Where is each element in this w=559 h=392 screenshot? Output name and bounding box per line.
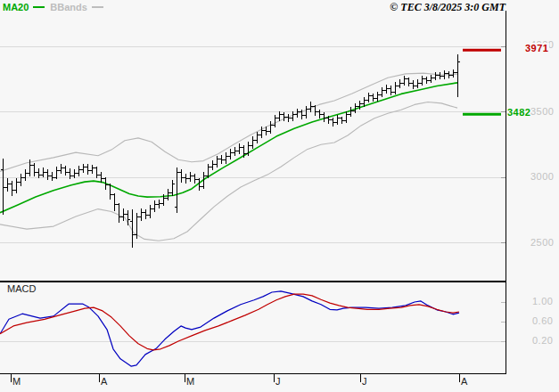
ma20-line-swatch: [33, 6, 45, 8]
x-tick-march: M: [12, 376, 21, 388]
x-tick-july: J: [362, 376, 367, 388]
resistance-level-label: 3971: [524, 43, 549, 54]
x-tick-april: A: [101, 376, 107, 388]
chart-window: MA20 BBands © TEC 3/8/2025 3:0 GMT 4000 …: [0, 0, 559, 392]
bbands-line-swatch: [92, 6, 103, 8]
x-tick-june: J: [275, 376, 281, 388]
copyright-timestamp: © TEC 3/8/2025 3:0 GMT: [390, 1, 506, 14]
macd-tick-100: 1.00: [532, 296, 553, 307]
level-lines: [463, 50, 501, 114]
y-tick-2500: 2500: [530, 237, 554, 249]
macd-panel-title: MACD: [7, 283, 36, 294]
support-level-label: 3482: [507, 107, 530, 118]
macd-tick-060: 0.60: [532, 315, 553, 327]
gridlines: [0, 46, 506, 341]
legend-ma20-label: MA20: [3, 2, 29, 12]
macd-lines: [0, 291, 459, 366]
macd-tick-020: 0.20: [532, 335, 553, 347]
axis-frame: [0, 11, 506, 382]
overlay-lines: [0, 73, 457, 241]
y-tick-3000: 3000: [530, 171, 554, 183]
x-tick-may: M: [186, 376, 194, 388]
y-tick-3500: 3500: [530, 106, 554, 118]
x-tick-august: A: [461, 376, 467, 388]
price-macd-chart: [0, 0, 559, 392]
legend: MA20 BBands: [3, 2, 109, 12]
legend-bbands-label: BBands: [50, 2, 87, 12]
